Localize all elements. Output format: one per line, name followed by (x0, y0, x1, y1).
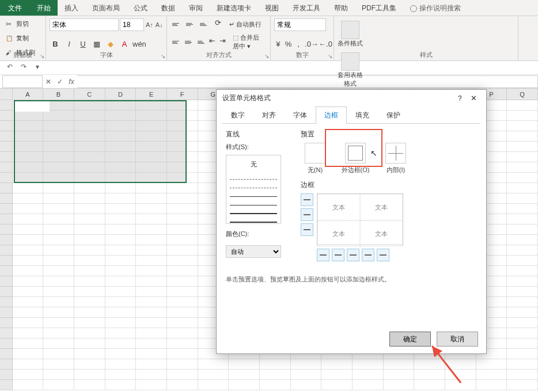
cell[interactable] (507, 152, 538, 162)
cell[interactable] (136, 204, 167, 214)
number-expand-icon[interactable]: ↘ (328, 53, 332, 59)
copy-button[interactable]: 复制 (3, 33, 42, 44)
cell[interactable] (136, 297, 167, 307)
cell[interactable] (13, 214, 44, 224)
cell[interactable] (13, 162, 44, 173)
cell[interactable] (105, 287, 137, 297)
cell[interactable] (74, 338, 105, 349)
cell[interactable] (105, 256, 137, 266)
cell[interactable] (43, 307, 74, 318)
cell[interactable] (105, 359, 137, 370)
line-style-option[interactable] (230, 207, 277, 214)
cell[interactable] (43, 266, 74, 276)
cell[interactable] (507, 100, 538, 111)
dlg-tab-border[interactable]: 边框 (316, 106, 347, 124)
cell[interactable] (105, 235, 137, 245)
qat-dropdown-icon[interactable]: ▾ (32, 63, 43, 73)
cell[interactable] (105, 266, 137, 276)
cell[interactable] (105, 318, 137, 328)
cell[interactable] (13, 287, 44, 297)
enter-formula-button[interactable]: ✓ (54, 78, 66, 86)
cell[interactable] (291, 359, 322, 370)
cell[interactable] (43, 328, 74, 338)
cell[interactable] (74, 307, 105, 318)
cell[interactable] (43, 370, 74, 380)
row-header[interactable] (0, 266, 13, 276)
dlg-tab-font[interactable]: 字体 (285, 106, 316, 124)
cell[interactable] (507, 121, 538, 131)
row-header[interactable] (0, 349, 13, 359)
cell[interactable] (507, 204, 538, 214)
cell[interactable] (136, 131, 167, 142)
italic-button[interactable]: I (63, 40, 75, 51)
cancel-formula-button[interactable]: ✕ (43, 78, 54, 86)
cell[interactable] (105, 100, 137, 111)
cell[interactable] (43, 235, 74, 245)
cell[interactable] (136, 173, 167, 183)
cell[interactable] (74, 276, 105, 287)
cell[interactable] (43, 131, 74, 142)
cell[interactable] (167, 297, 198, 307)
cell[interactable] (229, 380, 260, 390)
border-right-button[interactable] (362, 249, 374, 261)
cell[interactable] (167, 370, 198, 380)
cell[interactable] (43, 162, 74, 173)
row-header[interactable] (0, 214, 13, 224)
cell[interactable] (13, 318, 44, 328)
cell[interactable] (74, 380, 105, 390)
cell[interactable] (167, 359, 198, 370)
dlg-tab-alignment[interactable]: 对齐 (253, 106, 285, 124)
cell[interactable] (414, 359, 445, 370)
cell[interactable] (105, 370, 137, 380)
comma-button[interactable]: , (294, 40, 302, 51)
undo-button[interactable]: ↶ (5, 63, 15, 73)
cell[interactable] (136, 338, 167, 349)
row-header[interactable] (0, 100, 13, 111)
cell[interactable] (507, 245, 538, 256)
cell[interactable] (507, 235, 538, 245)
cell[interactable] (105, 152, 137, 162)
col-header[interactable]: Q (507, 89, 538, 100)
cell[interactable] (13, 142, 44, 152)
cell[interactable] (167, 111, 198, 121)
cell[interactable] (13, 328, 44, 338)
cell[interactable] (167, 204, 198, 214)
cell[interactable] (353, 380, 384, 390)
cell[interactable] (167, 142, 198, 152)
cell[interactable] (74, 111, 105, 121)
cell[interactable] (13, 235, 44, 245)
cell[interactable] (74, 152, 105, 162)
cell[interactable] (167, 183, 198, 193)
cell[interactable] (136, 183, 167, 193)
cell[interactable] (43, 183, 74, 193)
row-header[interactable] (0, 338, 13, 349)
cell[interactable] (13, 370, 44, 380)
tab-developer[interactable]: 开发工具 (286, 0, 327, 16)
cell[interactable] (74, 349, 105, 359)
cell[interactable] (136, 121, 167, 131)
cell[interactable] (136, 142, 167, 152)
cell[interactable] (136, 287, 167, 297)
border-hmiddle-button[interactable] (301, 208, 313, 221)
font-expand-icon[interactable]: ↘ (161, 53, 165, 59)
cell[interactable] (507, 276, 538, 287)
cell[interactable] (74, 214, 105, 224)
col-header[interactable]: A (13, 89, 44, 100)
currency-button[interactable]: ¥ (274, 40, 282, 51)
cell[interactable] (507, 338, 538, 349)
insert-function-button[interactable]: fx (66, 78, 77, 86)
cell[interactable] (13, 121, 44, 131)
font-color-button[interactable]: A (119, 40, 130, 51)
col-header[interactable]: D (105, 89, 137, 100)
border-diag-down-button[interactable] (377, 249, 389, 261)
dlg-tab-fill[interactable]: 填充 (347, 106, 378, 124)
align-middle-button[interactable] (184, 18, 196, 30)
col-header[interactable]: B (43, 89, 74, 100)
line-style-none[interactable]: 无 (229, 158, 278, 171)
cell[interactable] (167, 235, 198, 245)
cell[interactable] (43, 297, 74, 307)
cell[interactable] (167, 328, 198, 338)
cell[interactable] (167, 287, 198, 297)
row-header[interactable] (0, 152, 13, 162)
cell[interactable] (167, 121, 198, 131)
